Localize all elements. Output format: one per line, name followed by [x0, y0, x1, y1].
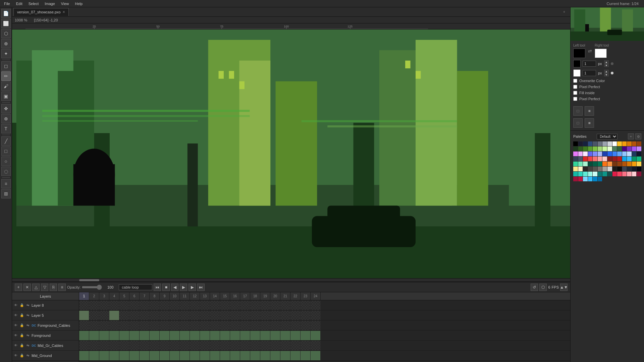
color-swatch-cell[interactable] [632, 162, 637, 166]
color-swatch-cell[interactable] [583, 172, 588, 176]
frame-cell[interactable] [150, 331, 160, 340]
left-brush-stepper[interactable]: ▲ ▼ [604, 60, 609, 67]
color-swatch-cell[interactable] [602, 172, 607, 176]
color-swatch-cell[interactable] [578, 167, 583, 171]
color-swatch-cell[interactable] [617, 172, 622, 176]
color-swatch-cell[interactable] [627, 152, 632, 156]
color-swatch-cell[interactable] [573, 162, 578, 166]
frame-cell[interactable] [190, 331, 200, 340]
layer-row[interactable]: 👁 🔒 ⇆ Layer 5 [12, 310, 79, 320]
color-swatch-cell[interactable] [627, 146, 632, 151]
color-swatch-cell[interactable] [578, 146, 583, 151]
frame-cell[interactable] [129, 301, 140, 310]
frame-cell[interactable] [129, 311, 140, 320]
lock-icon[interactable]: 🔒 [19, 303, 24, 308]
color-swatch-cell[interactable] [593, 141, 597, 146]
frame-cell[interactable] [260, 311, 270, 320]
color-swatch-cell[interactable] [593, 146, 597, 151]
color-swatch-cell[interactable] [588, 162, 593, 166]
add-color-button[interactable]: + [628, 133, 634, 139]
frame-cell[interactable] [290, 341, 301, 350]
color-swatch-cell[interactable] [637, 172, 641, 176]
color-swatch-cell[interactable] [588, 152, 593, 156]
delete-layer-button[interactable]: ✕ [23, 284, 31, 291]
color-swatch-cell[interactable] [602, 167, 607, 171]
right-brush-stepper[interactable]: ▲ ▼ [604, 70, 609, 76]
color-swatch-cell[interactable] [598, 162, 602, 166]
color-swatch-cell[interactable] [573, 152, 578, 156]
color-swatch-cell[interactable] [598, 152, 602, 156]
frame-cell[interactable] [119, 331, 129, 340]
pencil-tool[interactable]: ✏ [1, 71, 11, 81]
copy-layer-button[interactable]: ⎘ [50, 284, 57, 291]
frame-cell[interactable] [210, 311, 220, 320]
color-swatch-cell[interactable] [593, 177, 597, 181]
frame-cell[interactable] [180, 341, 190, 350]
frame-cell[interactable] [99, 321, 109, 330]
frame-cell[interactable] [230, 331, 240, 340]
color-swatch-cell[interactable] [637, 146, 641, 151]
eye-icon[interactable]: 👁 [13, 303, 18, 308]
frame-cell[interactable] [129, 351, 140, 360]
color-swatch-cell[interactable] [622, 157, 627, 161]
menu-file[interactable]: File [1, 1, 13, 6]
shape-button-1[interactable]: □ [573, 106, 583, 116]
frame-cell[interactable] [240, 321, 250, 330]
link-icon[interactable]: ⇆ [25, 323, 30, 328]
frame-cell[interactable] [170, 331, 180, 340]
menu-select[interactable]: Select [26, 1, 42, 6]
color-swatch-cell[interactable] [598, 141, 602, 146]
color-swatch-cell[interactable] [607, 157, 612, 161]
frame-cell[interactable] [190, 311, 200, 320]
frame-cell[interactable] [301, 331, 311, 340]
frame-cell[interactable] [230, 341, 240, 350]
frame-cell[interactable] [210, 341, 220, 350]
select-tool[interactable]: ⬜ [1, 19, 11, 28]
frame-cell[interactable] [270, 311, 280, 320]
brush-tool[interactable]: 🖌 [1, 81, 11, 91]
color-swatch-cell[interactable] [622, 167, 627, 171]
color-swatch-cell[interactable] [627, 172, 632, 176]
lock-icon[interactable]: 🔒 [19, 323, 24, 328]
frame-cell[interactable] [190, 321, 200, 330]
new-file-button[interactable]: 📄 [1, 9, 11, 18]
color-swatch-cell[interactable] [602, 157, 607, 161]
scroll-thumb-horizontal[interactable] [79, 279, 99, 281]
color-swatch-cell[interactable] [612, 157, 617, 161]
frame-cell[interactable] [200, 311, 210, 320]
frame-cell[interactable] [250, 351, 260, 360]
frame-cell[interactable] [170, 301, 180, 310]
frame-cell[interactable] [190, 341, 200, 350]
frame-cell[interactable] [170, 341, 180, 350]
frame-cell[interactable] [119, 321, 129, 330]
frame-cell[interactable] [150, 311, 160, 320]
frame-cell[interactable] [210, 351, 220, 360]
frame-cell[interactable] [109, 311, 119, 320]
frame-cell[interactable] [311, 321, 321, 330]
color-swatch-cell[interactable] [617, 141, 622, 146]
frame-cell[interactable] [160, 341, 170, 350]
frame-cell[interactable] [210, 331, 220, 340]
frame-cell[interactable] [170, 351, 180, 360]
color-swatch-cell[interactable] [637, 157, 641, 161]
color-swatch-cell[interactable] [602, 146, 607, 151]
color-swatch-cell[interactable] [573, 167, 578, 171]
frame-cell[interactable] [129, 341, 140, 350]
color-swatch-cell[interactable] [578, 162, 583, 166]
fill-tool[interactable]: ▣ [1, 92, 11, 101]
frame-cell[interactable] [140, 331, 150, 340]
color-swatch-cell[interactable] [602, 162, 607, 166]
color-swatch-cell[interactable] [612, 152, 617, 156]
color-swatch-cell[interactable] [588, 177, 593, 181]
frame-cell[interactable] [119, 351, 129, 360]
shape-button-4[interactable]: ■ [585, 118, 594, 128]
frame-cell[interactable] [150, 351, 160, 360]
frame-cell[interactable] [290, 321, 301, 330]
color-swatch-cell[interactable] [578, 157, 583, 161]
frame-cell[interactable] [79, 311, 89, 320]
color-swatch-cell[interactable] [612, 141, 617, 146]
frame-cell[interactable] [270, 301, 280, 310]
frame-cell[interactable] [200, 321, 210, 330]
frame-cell[interactable] [290, 311, 301, 320]
color-swatch-cell[interactable] [622, 141, 627, 146]
